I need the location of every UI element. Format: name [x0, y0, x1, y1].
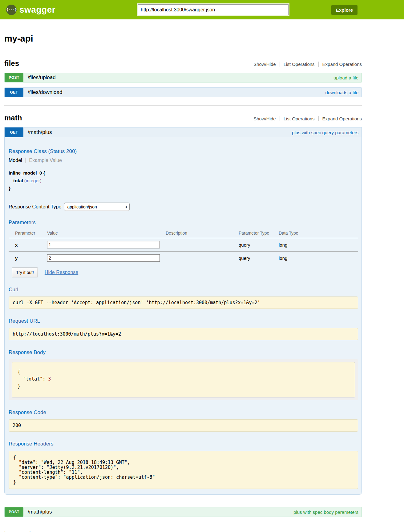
response-body-block: { "total": 3 } [12, 362, 355, 397]
footer-bracket-open: [ [4, 530, 6, 532]
model-prop-name: total [13, 178, 23, 183]
resource-math-title: math [4, 114, 22, 122]
model-open-line: inline_model_0 { [9, 169, 358, 177]
model-prop-type: (integer) [24, 178, 42, 183]
response-body-json: { "total": [18, 369, 48, 382]
model-signature: inline_model_0 { total (integer) } [9, 169, 358, 192]
page-title: my-api [4, 34, 362, 44]
request-url-heading: Request URL [9, 318, 358, 324]
response-headers-heading: Response Headers [9, 441, 358, 447]
explore-button[interactable]: Explore [331, 5, 358, 15]
response-headers-block: { "date": "Wed, 22 Aug 2018 18:49:13 GMT… [9, 451, 358, 489]
tab-example-value[interactable]: Example Value [25, 158, 62, 163]
curl-heading: Curl [9, 287, 358, 293]
param-description [166, 252, 239, 265]
base-url-footer: [ BASE URL: ] [4, 530, 362, 532]
select-arrows-icon: ▲▼ [125, 205, 127, 208]
operation-get-math-plus-expanded: GET /math/plus plus with spec query para… [4, 127, 362, 495]
files-show-hide-link[interactable]: Show/Hide [250, 62, 280, 67]
files-expand-operations-link[interactable]: Expand Operations [318, 62, 362, 67]
model-close-line: } [9, 185, 358, 192]
swagger-logo[interactable]: {···} swagger [6, 5, 55, 15]
col-header-data-type: Data Type [279, 229, 358, 238]
parameters-heading: Parameters [9, 220, 358, 226]
tab-model[interactable]: Model [9, 158, 25, 163]
operation-row-post-math-plus: POST /math/plus plus with spec body para… [4, 507, 362, 517]
post-method-badge: POST [5, 73, 23, 82]
response-body-number: 3 [48, 376, 51, 382]
files-upload-path-link[interactable]: /files/upload [28, 75, 56, 81]
response-body-container: { "total": 3 } [9, 359, 358, 400]
math-plus-post-summary-link[interactable]: plus with spec body parameters [293, 510, 358, 515]
files-list-operations-link[interactable]: List Operations [280, 62, 318, 67]
response-body-heading: Response Body [9, 349, 358, 356]
math-plus-get-summary-link[interactable]: plus with spec query parameters [292, 130, 358, 135]
col-header-value: Value [47, 229, 166, 238]
math-show-hide-link[interactable]: Show/Hide [250, 116, 280, 121]
try-it-out-button[interactable]: Try it out! [12, 268, 38, 277]
operation-content: Response Class (Status 200) Model Exampl… [5, 137, 362, 494]
param-description [166, 238, 239, 252]
response-content-type-label: Response Content Type [9, 204, 61, 210]
post-method-badge: POST [5, 507, 23, 517]
files-upload-summary-link[interactable]: upload a file [333, 75, 358, 80]
math-plus-post-path-link[interactable]: /math/plus [28, 509, 52, 515]
swagger-logo-label: swagger [19, 5, 55, 15]
header-bar: {···} swagger Explore [0, 0, 404, 19]
curl-command-block: curl -X GET --header 'Accept: applicatio… [9, 296, 358, 309]
operation-row-get-math-plus: GET /math/plus plus with spec query para… [5, 127, 362, 137]
resource-math: math Show/Hide List Operations Expand Op… [4, 105, 362, 517]
response-content-type-select[interactable]: application/json ▲▼ [64, 203, 130, 211]
response-body-json-close: } [18, 383, 20, 389]
table-row-param-y: y query long [9, 252, 358, 265]
response-code-heading: Response Code [9, 409, 358, 416]
math-plus-get-path-link[interactable]: /math/plus [28, 129, 52, 135]
resource-math-options: Show/Hide List Operations Expand Operati… [250, 116, 362, 121]
hide-response-link[interactable]: Hide Response [45, 270, 78, 275]
math-expand-operations-link[interactable]: Expand Operations [318, 116, 362, 121]
spec-url-input[interactable] [138, 4, 289, 15]
table-row-param-x: x query long [9, 238, 358, 252]
param-x-value-input[interactable] [47, 241, 160, 248]
param-name: y [9, 252, 47, 265]
files-download-path-link[interactable]: /files/download [28, 89, 62, 95]
operation-row-post-files-upload: POST /files/upload upload a file [4, 73, 362, 83]
files-download-summary-link[interactable]: downloads a file [325, 90, 358, 95]
param-y-value-input[interactable] [47, 254, 160, 262]
param-data-type: long [279, 238, 358, 252]
param-type: query [239, 238, 279, 252]
col-header-description: Description [166, 229, 239, 238]
math-list-operations-link[interactable]: List Operations [280, 116, 318, 121]
response-content-type-value: application/json [67, 204, 97, 209]
request-url-block: http://localhost:3000/math/plus?x=1&y=2 [9, 328, 358, 340]
param-data-type: long [279, 252, 358, 265]
param-name: x [9, 238, 47, 252]
col-header-parameter-type: Parameter Type [239, 229, 279, 238]
col-header-parameter: Parameter [9, 229, 47, 238]
param-type: query [239, 252, 279, 265]
get-method-badge: GET [5, 127, 23, 137]
operation-row-get-files-download: GET /files/download downloads a file [4, 87, 362, 97]
resource-files-options: Show/Hide List Operations Expand Operati… [250, 62, 362, 67]
swagger-logo-icon: {···} [6, 5, 17, 15]
get-method-badge: GET [5, 88, 23, 97]
response-code-block: 200 [9, 419, 358, 432]
signature-tabs: Model Example Value [9, 158, 358, 163]
parameters-table: Parameter Value Description Parameter Ty… [9, 229, 358, 264]
resource-files: files Show/Hide List Operations Expand O… [4, 59, 362, 97]
footer-bracket-close: ] [29, 530, 31, 532]
response-class-heading: Response Class (Status 200) [9, 148, 358, 155]
resource-files-title: files [4, 59, 19, 68]
